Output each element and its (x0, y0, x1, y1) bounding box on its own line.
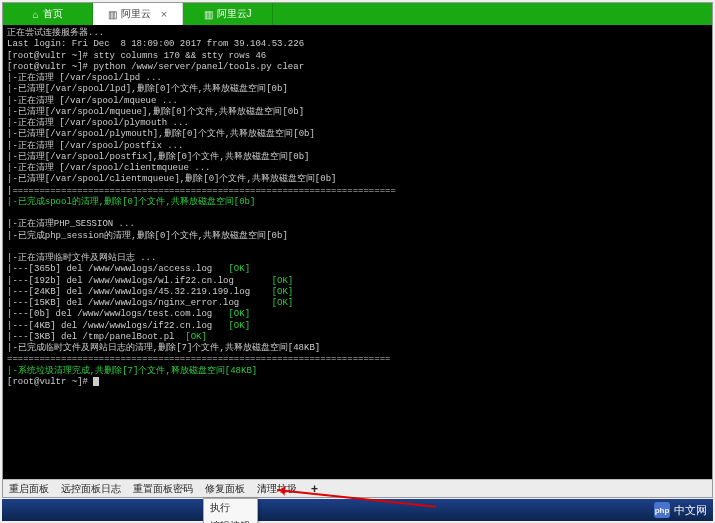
terminal-icon: ▥ (108, 9, 117, 20)
php-logo-icon: php (654, 502, 670, 518)
terminal-output[interactable]: 正在尝试连接服务器... Last login: Fri Dec 8 18:09… (3, 25, 712, 479)
tab-label: 首页 (43, 7, 63, 21)
toolbar-reset-pass[interactable]: 重置面板密码 (127, 482, 199, 496)
watermark-text: 中文网 (674, 503, 707, 518)
terminal-icon: ▥ (204, 9, 213, 20)
context-menu: 执行 编辑按钮 删除 (203, 498, 258, 523)
watermark: php 中文网 (654, 502, 707, 518)
home-icon: ⌂ (32, 9, 38, 20)
footer-bar (2, 499, 713, 521)
tab-aliyun-1[interactable]: ▥ 阿里云 × (93, 3, 183, 25)
tab-label: 阿里云 (121, 7, 151, 21)
tab-aliyun-2[interactable]: ▥ 阿里云J (183, 3, 273, 25)
close-icon[interactable]: × (161, 8, 167, 20)
main-panel: ⌂ 首页 ▥ 阿里云 × ▥ 阿里云J 正在尝试连接服务器... Last lo… (2, 2, 713, 498)
toolbar-remote-log[interactable]: 远控面板日志 (55, 482, 127, 496)
toolbar-repair-panel[interactable]: 修复面板 (199, 482, 251, 496)
menu-item-run[interactable]: 执行 (204, 499, 257, 517)
tab-label: 阿里云J (217, 7, 252, 21)
tab-home[interactable]: ⌂ 首页 (3, 3, 93, 25)
bottom-toolbar: 重启面板 远控面板日志 重置面板密码 修复面板 清理垃圾 + (3, 479, 712, 497)
tabs-bar: ⌂ 首页 ▥ 阿里云 × ▥ 阿里云J (3, 3, 712, 25)
footer-region: 执行 编辑按钮 删除 php 中文网 (2, 499, 713, 521)
toolbar-restart-panel[interactable]: 重启面板 (3, 482, 55, 496)
menu-item-edit[interactable]: 编辑按钮 (204, 517, 257, 523)
